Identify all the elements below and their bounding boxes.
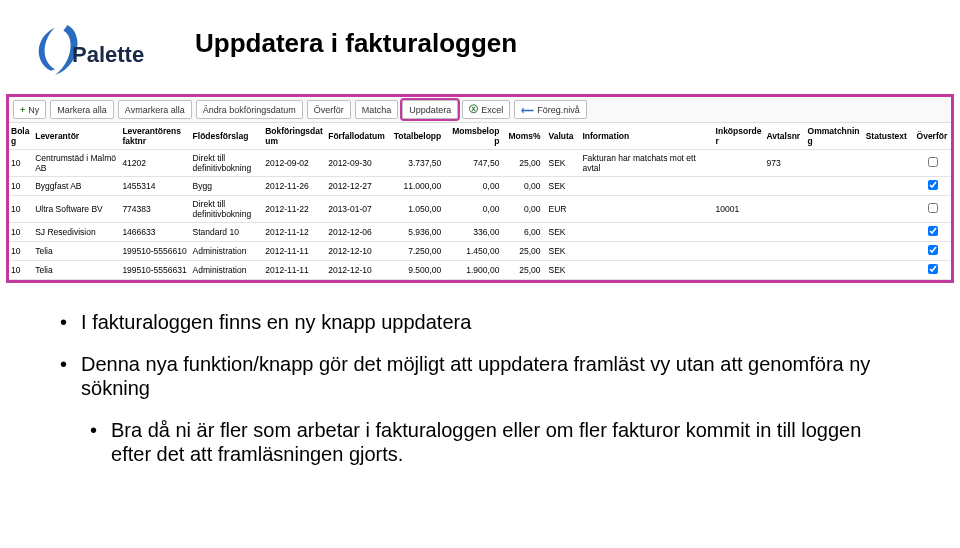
cell-ink bbox=[714, 261, 765, 280]
col-moms[interactable]: Momsbelopp bbox=[447, 123, 505, 150]
cell-fakt: 199510-5556610 bbox=[120, 242, 190, 261]
transfer-checkbox[interactable] bbox=[928, 264, 938, 274]
cell-lev: SJ Resedivision bbox=[33, 223, 120, 242]
cell-fakt: 1455314 bbox=[120, 177, 190, 196]
select-all-button[interactable]: Markera alla bbox=[50, 100, 114, 119]
col-momspct[interactable]: Moms% bbox=[505, 123, 546, 150]
cell-bok: 2012-11-11 bbox=[263, 261, 326, 280]
cell-status bbox=[864, 196, 915, 223]
logo-text: Palette bbox=[72, 42, 144, 68]
new-label: Ny bbox=[28, 105, 39, 115]
cell-lev: Centrumstäd i Malmö AB bbox=[33, 150, 120, 177]
cell-val: SEK bbox=[547, 261, 581, 280]
col-info[interactable]: Information bbox=[580, 123, 713, 150]
cell-bolag: 10 bbox=[9, 196, 33, 223]
bullet-2: Denna nya funktion/knapp gör det möjligt… bbox=[60, 352, 890, 400]
deselect-all-button[interactable]: Avmarkera alla bbox=[118, 100, 192, 119]
cell-omm bbox=[806, 242, 864, 261]
col-leverantor[interactable]: Leverantör bbox=[33, 123, 120, 150]
cell-omm bbox=[806, 196, 864, 223]
cell-omm bbox=[806, 261, 864, 280]
col-bolag[interactable]: Bolag bbox=[9, 123, 33, 150]
logo: Palette bbox=[30, 20, 144, 80]
cell-bolag: 10 bbox=[9, 177, 33, 196]
cell-info bbox=[580, 242, 713, 261]
col-overfor[interactable]: Överför bbox=[915, 123, 951, 150]
excel-label: Excel bbox=[481, 105, 503, 115]
cell-info bbox=[580, 196, 713, 223]
cell-val: SEK bbox=[547, 223, 581, 242]
col-valuta[interactable]: Valuta bbox=[547, 123, 581, 150]
page-title: Uppdatera i fakturaloggen bbox=[195, 28, 517, 59]
bullet-3: Bra då ni är fler som arbetar i faktural… bbox=[90, 418, 890, 466]
table-row[interactable]: 10Ultra Software BV774383Direkt till def… bbox=[9, 196, 951, 223]
transfer-button[interactable]: Överför bbox=[307, 100, 351, 119]
cell-flod: Administration bbox=[191, 261, 264, 280]
cell-omm bbox=[806, 177, 864, 196]
col-faktnr[interactable]: Leverantörens faktnr bbox=[120, 123, 190, 150]
table-row[interactable]: 10Telia199510-5556631Administration2012-… bbox=[9, 261, 951, 280]
cell-fakt: 41202 bbox=[120, 150, 190, 177]
cell-avt bbox=[764, 177, 805, 196]
cell-moms: 0,00 bbox=[447, 196, 505, 223]
cell-ink: 10001 bbox=[714, 196, 765, 223]
cell-status bbox=[864, 177, 915, 196]
cell-flod: Direkt till definitivbokning bbox=[191, 196, 264, 223]
table-row[interactable]: 10Telia199510-5556610Administration2012-… bbox=[9, 242, 951, 261]
table-row[interactable]: 10Byggfast AB1455314Bygg2012-11-262012-1… bbox=[9, 177, 951, 196]
cell-avt: 973 bbox=[764, 150, 805, 177]
cell-moms: 336,00 bbox=[447, 223, 505, 242]
update-button[interactable]: Uppdatera bbox=[402, 100, 458, 119]
change-date-button[interactable]: Ändra bokföringsdatum bbox=[196, 100, 303, 119]
col-status[interactable]: Statustext bbox=[864, 123, 915, 150]
transfer-checkbox[interactable] bbox=[928, 157, 938, 167]
cell-pct: 0,00 bbox=[505, 196, 546, 223]
cell-status bbox=[864, 261, 915, 280]
cell-val: SEK bbox=[547, 242, 581, 261]
cell-bok: 2012-09-02 bbox=[263, 150, 326, 177]
cell-info bbox=[580, 261, 713, 280]
slide-content: I fakturaloggen finns en ny knapp uppdat… bbox=[60, 310, 890, 484]
cell-bok: 2012-11-12 bbox=[263, 223, 326, 242]
prev-level-button[interactable]: ⟵Föreg.nivå bbox=[514, 100, 587, 119]
cell-lev: Telia bbox=[33, 242, 120, 261]
cell-overfor bbox=[915, 223, 951, 242]
cell-info: Fakturan har matchats mot ett avtal bbox=[580, 150, 713, 177]
bullet-1-text: I fakturaloggen finns en ny knapp uppdat… bbox=[81, 310, 471, 334]
cell-lev: Telia bbox=[33, 261, 120, 280]
cell-overfor bbox=[915, 177, 951, 196]
transfer-checkbox[interactable] bbox=[928, 203, 938, 213]
toolbar: +Ny Markera alla Avmarkera alla Ändra bo… bbox=[9, 97, 951, 123]
col-bokdatum[interactable]: Bokföringsdatum bbox=[263, 123, 326, 150]
transfer-checkbox[interactable] bbox=[928, 245, 938, 255]
table-row[interactable]: 10Centrumstäd i Malmö AB41202Direkt till… bbox=[9, 150, 951, 177]
excel-button[interactable]: ⓧExcel bbox=[462, 100, 510, 119]
cell-status bbox=[864, 223, 915, 242]
cell-bok: 2012-11-11 bbox=[263, 242, 326, 261]
cell-forf: 2012-09-30 bbox=[326, 150, 389, 177]
cell-val: EUR bbox=[547, 196, 581, 223]
cell-status bbox=[864, 242, 915, 261]
match-button[interactable]: Matcha bbox=[355, 100, 399, 119]
transfer-checkbox[interactable] bbox=[928, 226, 938, 236]
cell-fakt: 774383 bbox=[120, 196, 190, 223]
bullet-1: I fakturaloggen finns en ny knapp uppdat… bbox=[60, 310, 890, 334]
cell-omm bbox=[806, 223, 864, 242]
new-button[interactable]: +Ny bbox=[13, 100, 46, 119]
col-inkop[interactable]: Inköpsorder bbox=[714, 123, 765, 150]
cell-overfor bbox=[915, 242, 951, 261]
col-forfall[interactable]: Förfallodatum bbox=[326, 123, 389, 150]
cell-forf: 2012-12-06 bbox=[326, 223, 389, 242]
cell-bolag: 10 bbox=[9, 261, 33, 280]
cell-pct: 0,00 bbox=[505, 177, 546, 196]
cell-overfor bbox=[915, 261, 951, 280]
table-row[interactable]: 10SJ Resedivision1466633Standard 102012-… bbox=[9, 223, 951, 242]
col-total[interactable]: Totalbelopp bbox=[389, 123, 447, 150]
col-avtal[interactable]: Avtalsnr bbox=[764, 123, 805, 150]
transfer-checkbox[interactable] bbox=[928, 180, 938, 190]
bullet-3-text: Bra då ni är fler som arbetar i faktural… bbox=[111, 418, 890, 466]
col-omm[interactable]: Ommatchning bbox=[806, 123, 864, 150]
cell-forf: 2013-01-07 bbox=[326, 196, 389, 223]
col-flodes[interactable]: Flödesförslag bbox=[191, 123, 264, 150]
cell-flod: Administration bbox=[191, 242, 264, 261]
